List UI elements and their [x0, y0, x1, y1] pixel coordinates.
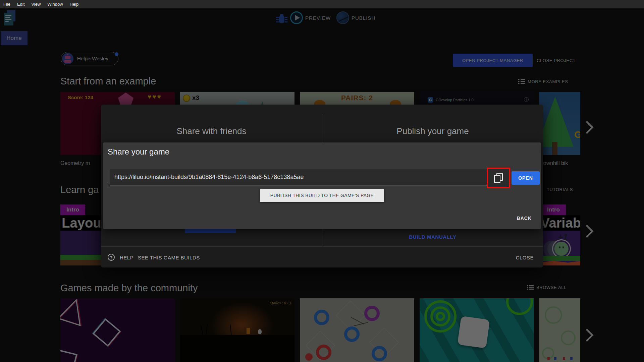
- menu-item-edit[interactable]: Edit: [17, 2, 24, 7]
- help-button[interactable]: HELP: [120, 255, 133, 260]
- app-window: File Edit View Window Help PREVIEW PUBLI…: [0, 0, 644, 362]
- game-url-input[interactable]: [110, 169, 489, 185]
- share-panel-title: Share your game: [108, 147, 169, 157]
- publish-build-button[interactable]: PUBLISH THIS BUILD TO THE GAME'S PAGE: [260, 189, 384, 202]
- see-game-builds-button[interactable]: SEE THIS GAME BUILDS: [138, 255, 200, 260]
- share-with-friends-title: Share with friends: [101, 125, 322, 137]
- menu-item-file[interactable]: File: [3, 2, 10, 7]
- build-manually-button[interactable]: BUILD MANUALLY: [322, 234, 543, 240]
- menu-item-help[interactable]: Help: [70, 2, 79, 7]
- menu-item-view[interactable]: View: [31, 2, 41, 7]
- dialog-footer-divider: [101, 246, 543, 247]
- back-button[interactable]: BACK: [517, 216, 532, 221]
- annotation-highlight-box: [487, 168, 510, 188]
- close-dialog-button[interactable]: CLOSE: [516, 255, 534, 260]
- menu-item-window[interactable]: Window: [47, 2, 63, 7]
- copy-icon[interactable]: [494, 173, 503, 183]
- share-your-game-panel: Share your game OPEN PUBLISH THIS BUILD …: [103, 142, 541, 229]
- publish-your-game-title: Publish your game: [322, 125, 543, 137]
- open-link-button[interactable]: OPEN: [512, 171, 540, 185]
- help-icon[interactable]: [108, 254, 115, 261]
- menu-bar: File Edit View Window Help: [0, 0, 644, 8]
